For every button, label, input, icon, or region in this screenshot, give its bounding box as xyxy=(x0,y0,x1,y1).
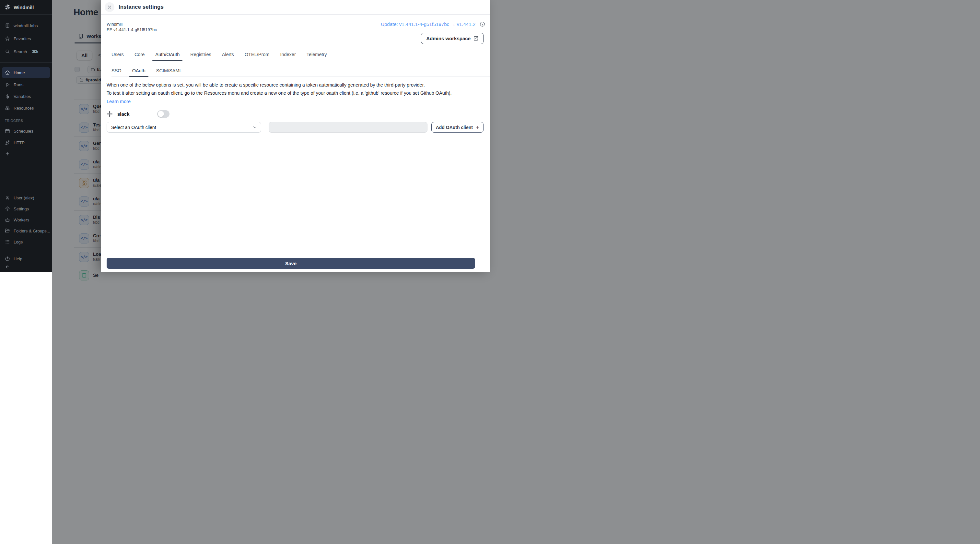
sidebar-item-logs[interactable]: Logs xyxy=(0,236,52,247)
list-icon xyxy=(5,239,10,244)
save-button[interactable]: Save xyxy=(107,258,475,269)
oauth-client-id-input xyxy=(269,122,428,132)
auth-subtabs: SSO OAuth SCIM/SAML xyxy=(111,65,490,77)
tab-auth-oauth[interactable]: Auth/OAuth xyxy=(155,48,180,61)
tab-registries[interactable]: Registries xyxy=(190,48,211,61)
building-icon xyxy=(5,23,10,28)
gear-icon xyxy=(5,206,10,211)
robot-icon xyxy=(5,217,10,222)
sidebar-item-resources[interactable]: Resources xyxy=(0,102,52,114)
search-shortcut: ⌘k xyxy=(32,49,38,54)
plus-icon xyxy=(5,151,10,156)
admins-workspace-button[interactable]: Admins workspace xyxy=(421,33,484,44)
sidebar-item-label: Resources xyxy=(14,106,34,110)
sidebar-item-folders-groups[interactable]: Folders & Groups... xyxy=(0,225,52,236)
windmill-logo-icon xyxy=(4,4,11,10)
sidebar-item-label: Workers xyxy=(14,217,29,222)
sidebar-item-label: Variables xyxy=(14,94,31,99)
tab-alerts[interactable]: Alerts xyxy=(222,48,234,61)
sidebar-item-http[interactable]: HTTP xyxy=(0,137,52,148)
sidebar-item-label: Settings xyxy=(14,206,29,211)
folder-open-icon xyxy=(5,228,10,233)
sidebar-item-label: windmill-labs xyxy=(14,23,38,28)
sidebar-item-help[interactable]: Help xyxy=(0,253,52,264)
sidebar-item-label: Search xyxy=(14,49,27,54)
update-row: Update: v1.441.1-4-g51f5197bc → v1.441.2 xyxy=(381,21,485,27)
sidebar-item-label: Logs xyxy=(14,239,23,244)
tab-otel-prom[interactable]: OTEL/Prom xyxy=(245,48,270,61)
sidebar: Windmill windmill-labs Favorites Search … xyxy=(0,0,52,272)
sidebar-item-user[interactable]: User (alex) xyxy=(0,192,52,203)
admins-workspace-label: Admins workspace xyxy=(426,36,471,41)
provider-name: slack xyxy=(117,111,130,117)
sidebar-item-workspace[interactable]: windmill-labs xyxy=(0,19,52,32)
sidebar-item-label: Schedules xyxy=(14,129,33,134)
arrow-left-icon xyxy=(5,264,10,270)
settings-tabs: Users Core Auth/OAuth Registries Alerts … xyxy=(111,48,490,61)
sidebar-item-label: Help xyxy=(14,257,22,261)
sidebar-item-label: HTTP xyxy=(14,140,25,145)
dollar-icon xyxy=(5,94,10,99)
subtab-oauth[interactable]: OAuth xyxy=(132,65,145,77)
home-icon xyxy=(5,70,10,75)
route-icon xyxy=(5,140,10,145)
sidebar-item-label: User (alex) xyxy=(14,196,34,200)
sidebar-item-variables[interactable]: Variables xyxy=(0,91,52,102)
plus-icon: + xyxy=(476,124,479,130)
close-button[interactable] xyxy=(105,2,115,12)
subtab-sso[interactable]: SSO xyxy=(111,65,121,77)
sidebar-item-search[interactable]: Search ⌘k xyxy=(0,45,52,58)
instance-settings-drawer: Instance settings Windmill EE v1.441.1-4… xyxy=(101,0,490,272)
calendar-icon xyxy=(5,128,10,134)
sidebar-item-workers[interactable]: Workers xyxy=(0,214,52,225)
triggers-section-label: TRIGGERS xyxy=(0,114,52,125)
search-icon xyxy=(5,49,10,54)
play-icon xyxy=(5,82,10,87)
drawer-title: Instance settings xyxy=(119,4,164,10)
boxes-icon xyxy=(5,105,10,110)
toggle-knob xyxy=(158,111,164,117)
tab-users[interactable]: Users xyxy=(111,48,124,61)
oauth-client-select[interactable]: Select an OAuth client xyxy=(107,122,261,132)
version-info: Windmill EE v1.441.1-4-g51f5197bc xyxy=(107,21,157,32)
help-icon xyxy=(5,256,10,261)
learn-more-link[interactable]: Learn more xyxy=(107,99,130,104)
sidebar-item-favorites[interactable]: Favorites xyxy=(0,32,52,45)
user-icon xyxy=(5,195,10,200)
app-title: Windmill xyxy=(14,5,34,10)
oauth-controls: Select an OAuth client Add OAuth client … xyxy=(101,122,490,132)
subtab-scim-saml[interactable]: SCIM/SAML xyxy=(156,65,182,77)
slack-icon xyxy=(107,111,113,117)
version-string: EE v1.441.1-4-g51f5197bc xyxy=(107,27,157,32)
update-link[interactable]: Update: v1.441.1-4-g51f5197bc → v1.441.2 xyxy=(381,21,476,27)
slack-provider-row: slack xyxy=(107,110,130,118)
add-oauth-client-button[interactable]: Add OAuth client + xyxy=(431,122,484,132)
close-icon xyxy=(107,5,112,10)
add-oauth-client-label: Add OAuth client xyxy=(436,125,473,130)
tab-core[interactable]: Core xyxy=(135,48,145,61)
info-icon[interactable] xyxy=(480,21,485,27)
oauth-description: When one of the below options is set, yo… xyxy=(107,81,477,97)
chevron-down-icon xyxy=(253,125,257,130)
add-trigger-button[interactable] xyxy=(0,148,52,159)
drawer-header: Instance settings xyxy=(101,0,490,14)
collapse-sidebar-button[interactable] xyxy=(0,264,52,272)
external-link-icon xyxy=(474,36,478,41)
app-logo[interactable]: Windmill xyxy=(0,0,52,14)
tab-telemetry[interactable]: Telemetry xyxy=(307,48,327,61)
sidebar-item-schedules[interactable]: Schedules xyxy=(0,125,52,137)
sidebar-item-label: Home xyxy=(14,70,25,75)
sidebar-item-runs[interactable]: Runs xyxy=(0,79,52,91)
sidebar-item-home[interactable]: Home xyxy=(2,67,50,78)
sidebar-item-settings[interactable]: Settings xyxy=(0,203,52,214)
app-name: Windmill xyxy=(107,21,157,27)
star-icon xyxy=(5,36,10,41)
slack-toggle[interactable] xyxy=(157,110,170,118)
sidebar-item-label: Runs xyxy=(14,82,23,87)
tab-indexer[interactable]: Indexer xyxy=(280,48,296,61)
oauth-client-select-value: Select an OAuth client xyxy=(111,125,156,130)
sidebar-item-label: Favorites xyxy=(14,36,31,41)
sidebar-item-label: Folders & Groups... xyxy=(14,228,50,233)
